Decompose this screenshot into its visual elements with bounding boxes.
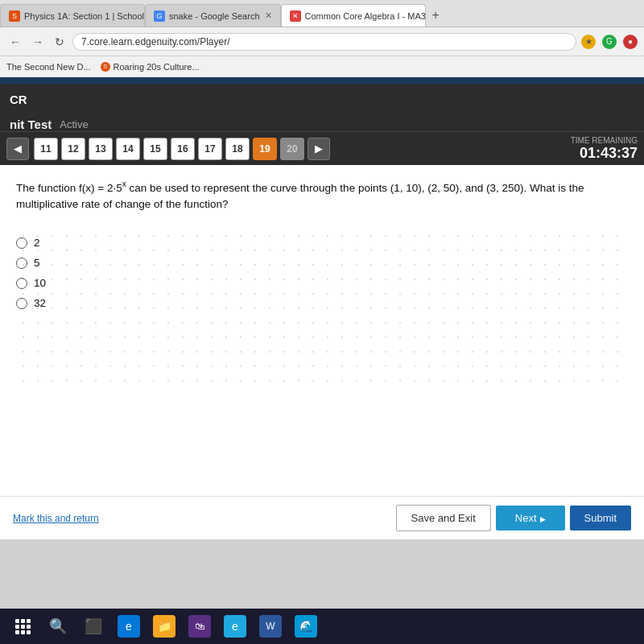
test-status-label: Active (60, 118, 88, 130)
option-5[interactable]: 5 (16, 257, 628, 269)
tab-physics[interactable]: S Physics 1A: Section 1 | Schoolog ✕ (0, 4, 145, 27)
store-icon: 🛍 (188, 615, 211, 638)
search-button[interactable]: 🔍 (42, 612, 74, 641)
bottom-action-bar: Mark this and return Save and Exit Next … (0, 496, 644, 539)
browser-action-icons: ★ G ● (581, 35, 638, 49)
q-btn-15[interactable]: 15 (143, 138, 167, 160)
tab-label-algebra: Common Core Algebra I - MA31 (305, 11, 426, 21)
option-32[interactable]: 32 (16, 297, 628, 309)
submit-button[interactable]: Submit (570, 506, 631, 530)
tab-label-google: snake - Google Search (169, 11, 260, 21)
radio-10[interactable] (16, 278, 27, 289)
refresh-button[interactable]: ↻ (52, 34, 68, 50)
start-button[interactable] (6, 612, 39, 641)
address-bar: ← → ↻ 7.core.learn.edgenuity.com/Player/… (0, 27, 644, 56)
option-5-label: 5 (34, 257, 40, 269)
forward-button[interactable]: → (29, 34, 47, 50)
mark-return-link[interactable]: Mark this and return (13, 513, 99, 524)
q-btn-11[interactable]: 11 (34, 138, 58, 160)
tab-label-physics: Physics 1A: Section 1 | Schoolog (24, 11, 145, 21)
tab-icon-algebra: ✕ (290, 10, 301, 22)
q-btn-20: 20 (280, 138, 304, 160)
ie-icon: e (224, 615, 246, 638)
action-buttons: Save and Exit Next Submit (396, 505, 631, 531)
option-2[interactable]: 2 (16, 237, 628, 249)
question-text: The function f(x) = 2·5x can be used to … (16, 178, 628, 213)
next-button[interactable]: Next (496, 506, 565, 530)
q-btn-16[interactable]: 16 (171, 138, 195, 160)
tab-icon-physics: S (9, 10, 20, 22)
taskbar: 🔍 ⬛ e 📁 🛍 e W 🌊 (0, 609, 644, 644)
word-icon: W (259, 615, 282, 638)
url-text: 7.core.learn.edgenuity.com/Player/ (81, 36, 230, 47)
q-btn-12[interactable]: 12 (61, 138, 85, 160)
url-bar[interactable]: 7.core.learn.edgenuity.com/Player/ (72, 33, 576, 51)
app-header-stripe (0, 77, 644, 84)
time-value: 01:43:37 (571, 145, 638, 162)
time-label: TIME REMAINING (571, 136, 638, 145)
word-taskbar[interactable]: W (254, 612, 287, 641)
file-explorer-icon: 📁 (153, 615, 175, 638)
main-content: The function f(x) = 2·5x can be used to … (0, 165, 644, 519)
option-10-label: 10 (34, 277, 46, 289)
photo-taskbar[interactable]: 🌊 (290, 612, 322, 641)
bookmark-2[interactable]: Roaring 20s Culture... (114, 62, 200, 72)
save-exit-button[interactable]: Save and Exit (396, 505, 491, 531)
star-icon[interactable]: ★ (581, 35, 596, 49)
tab-close-google[interactable]: ✕ (265, 10, 272, 21)
extension-icon[interactable]: ● (623, 35, 638, 49)
bookmark-2-wrapper[interactable]: S Roaring 20s Culture... (101, 62, 200, 72)
q-btn-18[interactable]: 18 (225, 138, 250, 160)
browser-tab-bar: S Physics 1A: Section 1 | Schoolog ✕ G s… (0, 0, 644, 27)
option-2-label: 2 (34, 237, 40, 249)
answer-options: 2 5 10 32 (16, 237, 628, 309)
task-view-button[interactable]: ⬛ (77, 612, 109, 641)
radio-32[interactable] (16, 298, 27, 309)
schoology-icon: S (101, 62, 110, 72)
question-number-buttons: ◀ 11 12 13 14 15 16 17 18 19 20 ▶ (6, 138, 571, 160)
explorer-taskbar[interactable]: 📁 (148, 612, 180, 641)
prev-question-button[interactable]: ◀ (6, 138, 29, 160)
tab-algebra[interactable]: ✕ Common Core Algebra I - MA31 ✕ (281, 4, 426, 27)
q-btn-14[interactable]: 14 (116, 138, 140, 160)
answer-area: 2 5 10 32 (16, 229, 628, 390)
course-code: CR (10, 93, 27, 106)
tab-icon-google: G (154, 10, 165, 22)
radio-5[interactable] (16, 258, 27, 269)
edge-taskbar[interactable]: e (113, 612, 145, 641)
task-view-icon: ⬛ (85, 617, 102, 635)
test-title-label: nit Test (10, 118, 52, 131)
test-header: CR (0, 84, 644, 114)
q-btn-13[interactable]: 13 (89, 138, 113, 160)
option-32-label: 32 (34, 297, 46, 309)
profile-icon[interactable]: G (602, 35, 617, 49)
photo-icon: 🌊 (295, 615, 317, 638)
next-question-button[interactable]: ▶ (308, 138, 330, 160)
q-btn-19[interactable]: 19 (253, 138, 277, 160)
test-title-bar: nit Test Active (0, 114, 644, 131)
question-nav: ◀ 11 12 13 14 15 16 17 18 19 20 ▶ TIME R… (0, 131, 644, 165)
tab-google[interactable]: G snake - Google Search ✕ (145, 4, 281, 27)
time-remaining-block: TIME REMAINING 01:43:37 (571, 136, 638, 162)
option-10[interactable]: 10 (16, 277, 628, 289)
edge-icon: e (118, 615, 140, 638)
windows-logo-icon (15, 619, 31, 634)
q-btn-17[interactable]: 17 (198, 138, 222, 160)
ie-taskbar[interactable]: e (219, 612, 251, 641)
back-button[interactable]: ← (6, 34, 24, 50)
search-taskbar-icon: 🔍 (49, 617, 67, 635)
store-taskbar[interactable]: 🛍 (184, 612, 216, 641)
bookmark-1[interactable]: The Second New D... (6, 62, 91, 72)
radio-2[interactable] (16, 237, 27, 249)
bookmarks-bar: The Second New D... S Roaring 20s Cultur… (0, 56, 644, 77)
new-tab-button[interactable]: + (426, 5, 446, 26)
